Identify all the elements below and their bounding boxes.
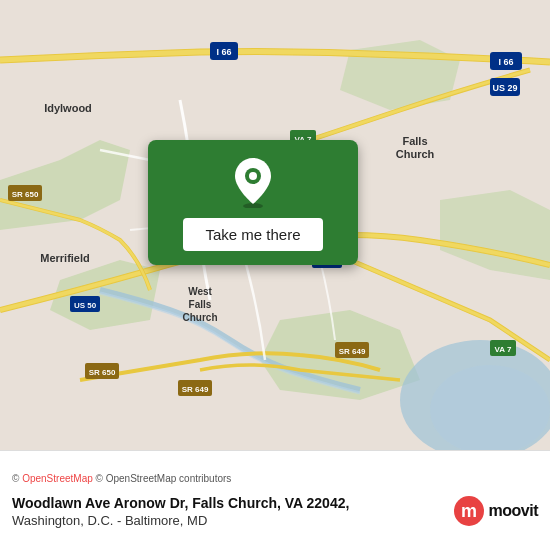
location-card: Take me there: [148, 140, 358, 265]
svg-point-39: [249, 172, 257, 180]
svg-text:I 66: I 66: [216, 47, 231, 57]
svg-text:I 66: I 66: [498, 57, 513, 67]
svg-text:SR 650: SR 650: [89, 368, 116, 377]
moovit-logo[interactable]: m moovit: [453, 495, 538, 527]
svg-text:Merrifield: Merrifield: [40, 252, 90, 264]
svg-text:SR 650: SR 650: [12, 190, 39, 199]
location-pin-icon: [230, 156, 276, 208]
city-line: Washington, D.C. - Baltimore, MD: [12, 513, 349, 528]
svg-text:Falls: Falls: [189, 299, 212, 310]
osm-link[interactable]: OpenStreetMap: [22, 473, 93, 484]
address-line: Woodlawn Ave Aronow Dr, Falls Church, VA…: [12, 494, 349, 512]
bottom-bar: © OpenStreetMap © OpenStreetMap contribu…: [0, 450, 550, 550]
svg-text:Church: Church: [183, 312, 218, 323]
attribution: © OpenStreetMap © OpenStreetMap contribu…: [12, 473, 538, 484]
map-view[interactable]: I 66 I 66 US 29 VA 7 VA 7 US 50 US 50 SR…: [0, 0, 550, 450]
moovit-text: moovit: [489, 502, 538, 520]
svg-text:US 29: US 29: [492, 83, 517, 93]
svg-text:US 50: US 50: [74, 301, 97, 310]
svg-text:m: m: [461, 501, 477, 521]
copyright-symbol: ©: [12, 473, 19, 484]
svg-text:Falls: Falls: [402, 135, 427, 147]
svg-text:West: West: [188, 286, 212, 297]
svg-text:VA 7: VA 7: [495, 345, 512, 354]
svg-text:Church: Church: [396, 148, 435, 160]
svg-text:SR 649: SR 649: [339, 347, 366, 356]
bottom-footer: Woodlawn Ave Aronow Dr, Falls Church, VA…: [12, 494, 538, 527]
svg-text:SR 649: SR 649: [182, 385, 209, 394]
take-me-there-button[interactable]: Take me there: [183, 218, 322, 251]
svg-text:Idylwood: Idylwood: [44, 102, 92, 114]
moovit-icon: m: [453, 495, 485, 527]
address-block: Woodlawn Ave Aronow Dr, Falls Church, VA…: [12, 494, 349, 527]
attribution-text: © OpenStreetMap contributors: [96, 473, 232, 484]
